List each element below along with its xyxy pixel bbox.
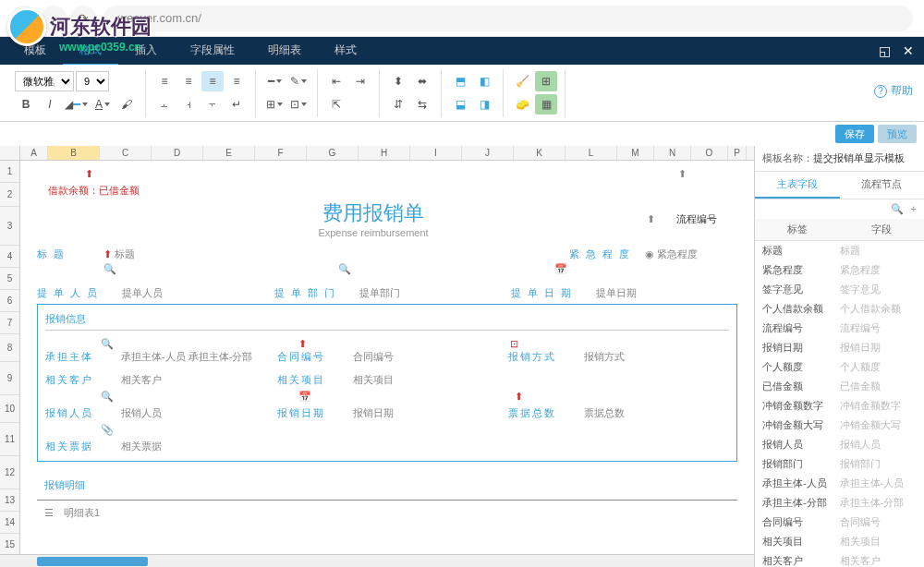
insert-row-button[interactable]: ⬒: [449, 71, 471, 91]
row-header[interactable]: 10: [0, 395, 20, 423]
align-justify-button[interactable]: ≡: [225, 71, 248, 91]
field-list-item[interactable]: 报销部门报销部门: [755, 454, 924, 474]
col-header-b[interactable]: B: [48, 146, 100, 160]
field-list-item[interactable]: 合同编号合同编号: [755, 513, 924, 532]
search-icon[interactable]: 🔍: [891, 203, 904, 215]
field-value[interactable]: 承担主体-人员 承担主体-分部: [121, 350, 266, 364]
autofit-row-button[interactable]: ⇵: [387, 94, 409, 115]
tab-main-fields[interactable]: 主表字段: [755, 172, 840, 199]
align-right-button[interactable]: ≡: [201, 71, 224, 91]
row-header[interactable]: 7: [0, 312, 20, 334]
menu-template[interactable]: 模板: [7, 36, 63, 66]
field-list-item[interactable]: 标题标题: [755, 241, 924, 260]
menu-format[interactable]: 格式: [63, 36, 118, 66]
border-style-button[interactable]: ━: [263, 71, 286, 91]
row-header[interactable]: 13: [0, 489, 20, 512]
field-value[interactable]: 报销方式: [584, 350, 729, 364]
search-icon[interactable]: 🔍: [101, 391, 114, 403]
menu-detail-table[interactable]: 明细表: [251, 36, 318, 66]
field-list-item[interactable]: 个人借款余额个人借款余额: [755, 299, 924, 319]
field-value[interactable]: 提单部门: [359, 286, 501, 300]
field-list-item[interactable]: 个人额度个人额度: [755, 357, 924, 377]
delete-col-button[interactable]: ◨: [473, 94, 495, 115]
borders-button[interactable]: ⊞: [263, 94, 286, 115]
upload-icon[interactable]: ⬆: [298, 338, 307, 350]
row-header[interactable]: 4: [0, 246, 20, 268]
row-header[interactable]: 1: [0, 161, 20, 183]
field-list-item[interactable]: 相关项目相关项目: [755, 532, 924, 551]
format-painter-button[interactable]: 🖌: [116, 94, 138, 115]
align-left-button[interactable]: ≡: [153, 71, 176, 91]
field-value[interactable]: ⬆ 标题: [103, 247, 325, 261]
col-header-e[interactable]: E: [203, 146, 255, 160]
text-indent-button[interactable]: ⇱: [325, 94, 347, 115]
col-header-k[interactable]: K: [514, 146, 565, 160]
field-value[interactable]: 相关客户: [121, 373, 266, 387]
search-icon[interactable]: 🔍: [103, 263, 116, 275]
toggle-guides-button[interactable]: ▦: [535, 94, 557, 115]
col-header-j[interactable]: J: [462, 146, 514, 160]
calendar-icon[interactable]: 📅: [554, 263, 567, 275]
nav-reload-button[interactable]: ⟳: [70, 6, 96, 31]
col-header-o[interactable]: O: [691, 146, 728, 160]
field-value[interactable]: 相关项目: [353, 373, 498, 387]
field-list[interactable]: 标题标题紧急程度紧急程度签字意见签字意见个人借款余额个人借款余额流程编号流程编号…: [755, 241, 924, 567]
window-restore-button[interactable]: ◱: [876, 42, 893, 59]
nav-forward-button[interactable]: ›: [41, 6, 67, 31]
fill-color-button[interactable]: ◢: [63, 94, 90, 115]
detail-table-label[interactable]: 明细表1: [64, 507, 100, 518]
insert-col-button[interactable]: ◧: [473, 71, 495, 91]
field-list-item[interactable]: 冲销金额大写冲销金额大写: [755, 416, 924, 435]
col-header-n[interactable]: N: [654, 146, 691, 160]
row-header[interactable]: 15: [0, 534, 20, 554]
col-header-f[interactable]: F: [255, 146, 307, 160]
border-color-button[interactable]: ✎: [287, 71, 310, 91]
search-icon[interactable]: 🔍: [338, 263, 351, 275]
field-list-item[interactable]: 流程编号流程编号: [755, 319, 924, 338]
merge-cells-button[interactable]: ⊡: [287, 94, 310, 115]
preview-button[interactable]: 预览: [878, 125, 917, 143]
col-header-a[interactable]: A: [20, 146, 48, 160]
menu-insert[interactable]: 插入: [118, 36, 174, 66]
row-header[interactable]: 8: [0, 334, 20, 362]
row-header[interactable]: 9: [0, 362, 20, 395]
clear-content-button[interactable]: 🧽: [511, 94, 533, 115]
field-list-item[interactable]: 承担主体-人员承担主体-人员: [755, 474, 924, 493]
indent-left-button[interactable]: ⇤: [325, 71, 347, 91]
field-list-item[interactable]: 相关客户相关客户: [755, 551, 924, 567]
col-header-i[interactable]: I: [410, 146, 462, 160]
field-list-item[interactable]: 报销人员报销人员: [755, 435, 924, 454]
field-list-item[interactable]: 签字意见签字意见: [755, 280, 924, 299]
valign-middle-button[interactable]: ⫞: [177, 94, 200, 115]
sheet-body[interactable]: 1 2 3 4 5 6 7 8 9 10 11 12 13 14 15 16 1…: [0, 161, 754, 554]
field-value[interactable]: 合同编号: [353, 350, 498, 364]
bold-button[interactable]: B: [15, 94, 37, 115]
field-list-item[interactable]: 承担主体-分部承担主体-分部: [755, 493, 924, 513]
field-value[interactable]: ◉ 紧急程度: [645, 247, 737, 261]
font-family-select[interactable]: 微软雅黑: [15, 71, 74, 91]
add-icon[interactable]: +: [911, 203, 917, 215]
font-color-button[interactable]: A: [91, 94, 114, 115]
col-header-c[interactable]: C: [100, 146, 152, 160]
row-header[interactable]: 14: [0, 512, 20, 534]
attachment-icon[interactable]: 📎: [101, 424, 114, 435]
col-header-g[interactable]: G: [307, 146, 359, 160]
col-header-p[interactable]: P: [728, 146, 747, 160]
valign-top-button[interactable]: ⫠: [153, 94, 176, 115]
select-all-corner[interactable]: [0, 146, 20, 160]
delete-row-button[interactable]: ⬓: [449, 94, 471, 115]
row-header[interactable]: 6: [0, 290, 20, 312]
search-icon[interactable]: 🔍: [101, 338, 114, 350]
field-value[interactable]: 报销日期: [353, 406, 498, 420]
field-list-item[interactable]: 报销日期报销日期: [755, 338, 924, 357]
save-button[interactable]: 保存: [835, 125, 874, 143]
window-close-button[interactable]: ✕: [900, 42, 917, 59]
url-bar[interactable]: .weaver.com.cn/: [103, 6, 913, 31]
row-header[interactable]: 3: [0, 207, 20, 246]
col-header-d[interactable]: D: [152, 146, 203, 160]
align-center-button[interactable]: ≡: [177, 71, 200, 91]
toggle-grid-button[interactable]: ⊞: [535, 71, 557, 91]
field-value[interactable]: 提单人员: [122, 286, 263, 300]
upload-icon[interactable]: ⬆: [515, 391, 523, 403]
col-header-l[interactable]: L: [565, 146, 617, 160]
